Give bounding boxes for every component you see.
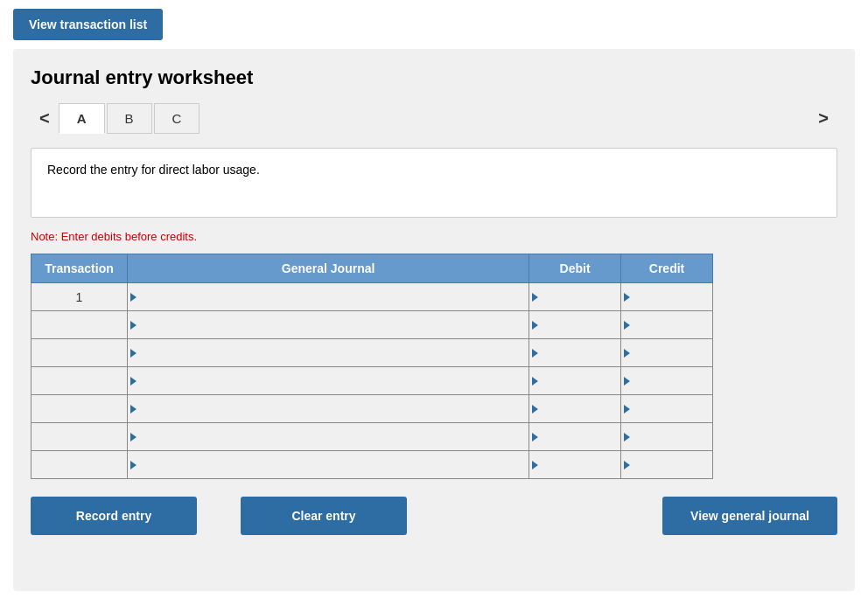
- credit-input[interactable]: [634, 283, 712, 310]
- next-tab-button[interactable]: >: [809, 105, 837, 132]
- top-bar: View transaction list: [0, 0, 868, 49]
- col-header-transaction: Transaction: [32, 254, 128, 283]
- general-journal-input[interactable]: [140, 451, 528, 478]
- credit-input[interactable]: [634, 395, 712, 422]
- debit-cell[interactable]: [529, 311, 621, 339]
- general-journal-input[interactable]: [140, 339, 528, 366]
- credit-input[interactable]: [634, 367, 712, 394]
- debit-cell[interactable]: [529, 395, 621, 423]
- col-header-general-journal: General Journal: [127, 254, 528, 283]
- row-arrow-icon: [130, 349, 136, 358]
- transaction-cell: [32, 367, 128, 395]
- transaction-cell: [32, 451, 128, 479]
- debit-arrow-icon: [532, 405, 538, 414]
- table-row: [32, 423, 713, 451]
- table-row: 1: [32, 283, 713, 311]
- row-arrow-icon: [130, 461, 136, 469]
- col-header-debit: Debit: [529, 254, 621, 283]
- record-entry-button[interactable]: Record entry: [31, 497, 197, 535]
- bottom-buttons: Record entry Clear entry View general jo…: [31, 497, 837, 535]
- debit-cell[interactable]: [529, 367, 621, 395]
- table-header-row: Transaction General Journal Debit Credit: [32, 254, 713, 283]
- journal-table: Transaction General Journal Debit Credit…: [31, 254, 713, 479]
- general-journal-cell[interactable]: [127, 339, 528, 367]
- transaction-cell: [32, 395, 128, 423]
- credit-cell[interactable]: [621, 283, 713, 311]
- table-row: [32, 395, 713, 423]
- transaction-cell: [32, 311, 128, 339]
- credit-arrow-icon: [624, 349, 630, 358]
- debit-input[interactable]: [542, 395, 620, 422]
- credit-arrow-icon: [624, 293, 630, 302]
- general-journal-cell[interactable]: [127, 283, 528, 311]
- row-arrow-icon: [130, 405, 136, 414]
- table-row: [32, 311, 713, 339]
- row-arrow-icon: [130, 293, 136, 302]
- row-arrow-icon: [130, 433, 136, 442]
- table-row: [32, 339, 713, 367]
- tab-a[interactable]: A: [59, 103, 105, 134]
- tab-b[interactable]: B: [107, 103, 152, 134]
- credit-input[interactable]: [634, 451, 712, 478]
- col-header-credit: Credit: [621, 254, 713, 283]
- credit-cell[interactable]: [621, 451, 713, 479]
- credit-arrow-icon: [624, 433, 630, 442]
- general-journal-cell[interactable]: [127, 451, 528, 479]
- debit-arrow-icon: [532, 349, 538, 358]
- credit-cell[interactable]: [621, 311, 713, 339]
- table-row: [32, 367, 713, 395]
- debit-input[interactable]: [542, 367, 620, 394]
- prev-tab-button[interactable]: <: [31, 105, 59, 132]
- transaction-cell: [32, 423, 128, 451]
- debit-arrow-icon: [532, 377, 538, 386]
- tabs-row: < A B C >: [31, 103, 837, 134]
- credit-arrow-icon: [624, 377, 630, 386]
- credit-cell[interactable]: [621, 423, 713, 451]
- transaction-cell: 1: [32, 283, 128, 311]
- note-text: Note: Enter debits before credits.: [31, 230, 837, 243]
- debit-arrow-icon: [532, 293, 538, 302]
- debit-cell[interactable]: [529, 451, 621, 479]
- general-journal-cell[interactable]: [127, 395, 528, 423]
- worksheet-title: Journal entry worksheet: [31, 66, 837, 89]
- debit-input[interactable]: [542, 423, 620, 450]
- general-journal-input[interactable]: [140, 395, 528, 422]
- tab-c[interactable]: C: [154, 103, 200, 134]
- general-journal-cell[interactable]: [127, 311, 528, 339]
- credit-arrow-icon: [624, 461, 630, 469]
- debit-arrow-icon: [532, 321, 538, 330]
- debit-input[interactable]: [542, 311, 620, 338]
- general-journal-cell[interactable]: [127, 367, 528, 395]
- credit-arrow-icon: [624, 405, 630, 414]
- tabs-container: A B C: [59, 103, 810, 134]
- instruction-box: Record the entry for direct labor usage.: [31, 148, 837, 218]
- debit-cell[interactable]: [529, 339, 621, 367]
- general-journal-input[interactable]: [140, 311, 528, 338]
- general-journal-input[interactable]: [140, 283, 528, 310]
- credit-cell[interactable]: [621, 339, 713, 367]
- debit-arrow-icon: [532, 461, 538, 469]
- credit-cell[interactable]: [621, 367, 713, 395]
- credit-input[interactable]: [634, 311, 712, 338]
- view-transaction-button[interactable]: View transaction list: [13, 9, 163, 40]
- clear-entry-button[interactable]: Clear entry: [241, 497, 407, 535]
- credit-input[interactable]: [634, 339, 712, 366]
- debit-cell[interactable]: [529, 283, 621, 311]
- table-row: [32, 451, 713, 479]
- debit-input[interactable]: [542, 283, 620, 310]
- row-arrow-icon: [130, 377, 136, 386]
- general-journal-input[interactable]: [140, 367, 528, 394]
- credit-input[interactable]: [634, 423, 712, 450]
- debit-cell[interactable]: [529, 423, 621, 451]
- credit-arrow-icon: [624, 321, 630, 330]
- row-arrow-icon: [130, 321, 136, 330]
- debit-input[interactable]: [542, 339, 620, 366]
- general-journal-input[interactable]: [140, 423, 528, 450]
- main-container: Journal entry worksheet < A B C > Record…: [13, 49, 855, 591]
- debit-input[interactable]: [542, 451, 620, 478]
- general-journal-cell[interactable]: [127, 423, 528, 451]
- debit-arrow-icon: [532, 433, 538, 442]
- credit-cell[interactable]: [621, 395, 713, 423]
- view-general-journal-button[interactable]: View general journal: [662, 497, 837, 535]
- transaction-cell: [32, 339, 128, 367]
